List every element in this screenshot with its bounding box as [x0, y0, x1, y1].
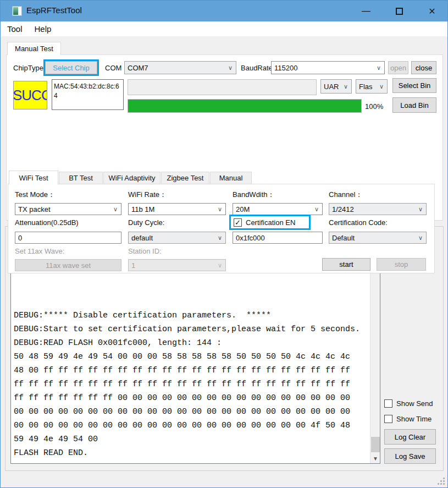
log-save-button[interactable]: Log Save [384, 448, 436, 464]
wifi-rate-label: WiFi Rate： [128, 190, 167, 200]
station-id-select[interactable]: 1 ∨ [128, 259, 226, 271]
minimize-button[interactable]: — [351, 1, 381, 21]
log-line: 00 00 00 00 00 00 00 00 00 00 00 00 00 0… [14, 405, 369, 419]
tab-wifi-adaptivity[interactable]: WiFi Adaptivity [103, 172, 161, 184]
app-icon [12, 6, 22, 16]
chevron-down-icon: ∨ [344, 83, 348, 90]
status-badge: SUCC [13, 81, 47, 109]
tab-wifi-test[interactable]: WiFi Test [9, 171, 58, 184]
menu-bar: Tool Help [1, 21, 448, 36]
manual-test-page: ChipType Select Chip COM COM7 ∨ BaudRate… [6, 54, 443, 221]
log-line: 48 00 ff ff ff ff ff ff ff ff ff ff ff f… [14, 364, 369, 377]
menu-tool[interactable]: Tool [1, 21, 29, 36]
tab-bt-test[interactable]: BT Test [59, 172, 103, 184]
tab-manual-test[interactable]: Manual Test [7, 42, 61, 55]
test-mode-select[interactable]: TX packet ∨ [15, 203, 121, 215]
certification-addr-input[interactable]: 0x1fc000 [233, 232, 323, 244]
channel-value: 1/2412 [332, 205, 354, 213]
wifi-rate-select[interactable]: 11b 1M ∨ [128, 203, 226, 215]
baud-rate-select[interactable]: 115200 ∨ [271, 61, 385, 74]
com-label: COM [105, 64, 121, 72]
uart-select[interactable]: UAR ∨ [320, 79, 352, 94]
certification-en-checkbox[interactable]: ✓ [234, 218, 242, 227]
show-time-checkbox[interactable] [384, 415, 392, 423]
show-time-label: Show Time [396, 415, 432, 423]
open-button[interactable]: open [388, 61, 408, 74]
maximize-button[interactable] [384, 1, 414, 21]
menu-help[interactable]: Help [29, 21, 58, 36]
duty-cycle-label: Duty Cycle: [128, 218, 164, 227]
log-line: DEBUG:READ FLASH 0x001fc000, length: 144… [14, 336, 369, 350]
log-line: 00 00 00 00 00 00 00 00 00 00 00 00 00 0… [14, 419, 369, 432]
com-port-select[interactable]: COM7 ∨ [124, 61, 236, 74]
mac-address-box: MAC:54:43:b2:dc:8c:64 [52, 79, 124, 110]
show-time-row: Show Time [384, 415, 432, 423]
flash-progress-fill [128, 100, 361, 112]
bandwidth-value: 20M [236, 205, 250, 213]
attenuation-label: Attenuation(0.25dB) [15, 218, 79, 227]
select-chip-button[interactable]: Select Chip [45, 61, 97, 74]
show-send-label: Show Send [396, 399, 433, 408]
select-bin-button[interactable]: Select Bin [392, 78, 436, 93]
chevron-down-icon: ∨ [218, 234, 222, 242]
log-line [14, 295, 369, 309]
close-button[interactable]: ✕ [417, 1, 447, 21]
certification-en-label: Certification EN [246, 218, 295, 227]
scroll-down-icon[interactable]: ▼ [370, 454, 380, 463]
log-line [14, 460, 369, 463]
window-title: EspRFTestTool [26, 6, 82, 15]
chevron-down-icon: ∨ [418, 234, 423, 242]
uart-select-value: UAR [324, 83, 339, 91]
load-bin-button[interactable]: Load Bin [392, 97, 436, 113]
scrollbar-thumb[interactable] [371, 437, 380, 452]
title-bar: EspRFTestTool — ✕ [1, 1, 447, 21]
close-port-button[interactable]: close [411, 61, 436, 74]
station-id-value: 1 [131, 261, 135, 270]
baud-rate-value: 115200 [274, 64, 297, 72]
tab-manual[interactable]: Manual [210, 172, 252, 184]
baud-rate-label: BaudRate [241, 64, 273, 72]
chevron-down-icon: ∨ [418, 206, 423, 213]
chevron-down-icon: ∨ [379, 83, 384, 90]
tab-zigbee-test[interactable]: Zigbee Test [161, 172, 209, 184]
set-11ax-wave-label: Set 11ax Wave: [15, 247, 64, 255]
flash-progress-bar [128, 99, 362, 113]
flash-select-value: Flas [359, 83, 373, 91]
wifi-rate-value: 11b 1M [131, 205, 154, 213]
log-line: DEBUG:***** Disable certification parame… [14, 309, 369, 322]
channel-label: Channel： [329, 190, 362, 200]
duty-cycle-value: default [131, 234, 153, 242]
station-id-label: Station ID: [128, 247, 162, 255]
log-clear-button[interactable]: Log Clear [384, 429, 436, 445]
chevron-down-icon: ∨ [228, 64, 233, 72]
stop-button[interactable]: stop [377, 258, 426, 271]
flash-select[interactable]: Flas ∨ [356, 79, 388, 94]
chevron-down-icon: ∨ [377, 64, 381, 72]
chevron-down-icon: ∨ [218, 262, 222, 269]
certification-code-label: Certification Code: [329, 218, 388, 227]
test-mode-label: Test Mode： [15, 190, 55, 200]
resize-grip[interactable] [438, 478, 445, 485]
bin-path-input[interactable] [128, 79, 317, 95]
log-line: DEBUG:Start to set certification paramet… [14, 322, 369, 336]
certification-code-select[interactable]: Default ∨ [329, 232, 427, 244]
wave-set-button[interactable]: 11ax wave set [15, 259, 121, 271]
bandwidth-select[interactable]: 20M ∨ [233, 203, 323, 215]
duty-cycle-select[interactable]: default ∨ [128, 232, 226, 244]
log-line: ff ff ff ff ff ff ff 00 00 00 00 00 00 0… [14, 391, 369, 405]
certification-en-highlight: ✓ Certification EN [229, 215, 311, 230]
chevron-down-icon: ∨ [314, 206, 319, 213]
test-mode-value: TX packet [18, 205, 51, 213]
log-lines: DEBUG:***** Disable certification parame… [14, 295, 369, 463]
show-send-checkbox[interactable] [384, 399, 392, 408]
com-port-value: COM7 [128, 64, 148, 72]
status-text: SUCC [13, 87, 47, 104]
app-window: EspRFTestTool — ✕ Tool Help Manual Test … [0, 0, 448, 488]
log-line: 50 48 59 49 4e 49 54 00 00 00 58 58 58 5… [14, 350, 369, 364]
chip-type-label: ChipType [13, 64, 43, 72]
log-line: ff ff ff ff ff ff ff ff ff ff ff ff ff f… [14, 377, 369, 391]
attenuation-input[interactable]: 0 [15, 232, 121, 244]
start-button[interactable]: start [322, 258, 370, 271]
log-line: FLASH READ END. [14, 446, 369, 460]
channel-select[interactable]: 1/2412 ∨ [329, 203, 427, 215]
